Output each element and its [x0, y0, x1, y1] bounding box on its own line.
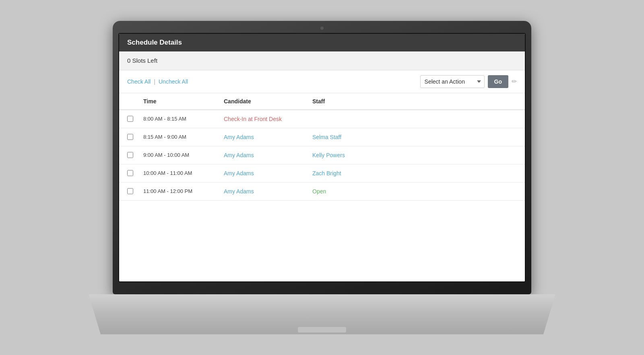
time-cell-5: 11:00 AM - 12:00 PM [143, 188, 224, 194]
candidate-cell-2[interactable]: Amy Adams [224, 134, 312, 140]
time-cell-3: 9:00 AM - 10:00 AM [143, 152, 224, 158]
row-checkbox-3[interactable] [127, 152, 133, 158]
laptop-base [89, 294, 555, 334]
row-checkbox-1[interactable] [127, 116, 133, 122]
table-row: 11:00 AM - 12:00 PM Amy Adams Open [119, 183, 525, 201]
row-checkbox-5[interactable] [127, 188, 133, 194]
laptop-body: Schedule Details 0 Slots Left Check All … [113, 21, 531, 294]
panel: Schedule Details 0 Slots Left Check All … [119, 34, 525, 281]
schedule-table: Time Candidate Staff 8:00 AM - 8:15 AM C… [119, 93, 525, 281]
candidate-cell-1[interactable]: Check-In at Front Desk [224, 116, 312, 122]
edit-icon[interactable]: ✏ [512, 78, 517, 85]
col-header-staff: Staff [312, 98, 393, 105]
check-all-link[interactable]: Check All [127, 78, 151, 85]
staff-cell-2[interactable]: Selma Staff [312, 134, 393, 140]
staff-cell-3[interactable]: Kelly Powers [312, 152, 393, 158]
candidate-cell-4[interactable]: Amy Adams [224, 170, 312, 176]
toolbar-right: Select an Action Go ✏ [420, 75, 517, 88]
table-row: 9:00 AM - 10:00 AM Amy Adams Kelly Power… [119, 146, 525, 164]
time-cell-1: 8:00 AM - 8:15 AM [143, 116, 224, 122]
col-header-checkbox [127, 98, 143, 105]
row-checkbox-4[interactable] [127, 170, 133, 176]
slots-left-text: 0 Slots Left [127, 57, 157, 64]
laptop-camera [320, 27, 324, 30]
table-row: 10:00 AM - 11:00 AM Amy Adams Zach Brigh… [119, 164, 525, 183]
toolbar: Check All | Uncheck All Select an Action… [119, 70, 525, 93]
col-header-time: Time [143, 98, 224, 105]
toolbar-left: Check All | Uncheck All [127, 78, 188, 85]
row-checkbox-2[interactable] [127, 134, 133, 140]
laptop-screen: Schedule Details 0 Slots Left Check All … [118, 33, 526, 282]
candidate-cell-3[interactable]: Amy Adams [224, 152, 312, 158]
laptop-container: Schedule Details 0 Slots Left Check All … [89, 21, 555, 334]
staff-cell-4[interactable]: Zach Bright [312, 170, 393, 176]
slots-bar: 0 Slots Left [119, 51, 525, 70]
go-button[interactable]: Go [488, 75, 508, 88]
staff-cell-5-open: Open [312, 188, 393, 195]
separator: | [154, 78, 155, 85]
panel-header: Schedule Details [119, 34, 525, 51]
action-select[interactable]: Select an Action [420, 75, 485, 88]
time-cell-4: 10:00 AM - 11:00 AM [143, 170, 224, 176]
panel-title: Schedule Details [127, 39, 182, 46]
candidate-cell-5[interactable]: Amy Adams [224, 188, 312, 195]
col-header-candidate: Candidate [224, 98, 312, 105]
uncheck-all-link[interactable]: Uncheck All [159, 78, 188, 85]
table-row: 8:00 AM - 8:15 AM Check-In at Front Desk [119, 110, 525, 128]
table-row: 8:15 AM - 9:00 AM Amy Adams Selma Staff [119, 128, 525, 146]
time-cell-2: 8:15 AM - 9:00 AM [143, 134, 224, 140]
table-header: Time Candidate Staff [119, 93, 525, 110]
